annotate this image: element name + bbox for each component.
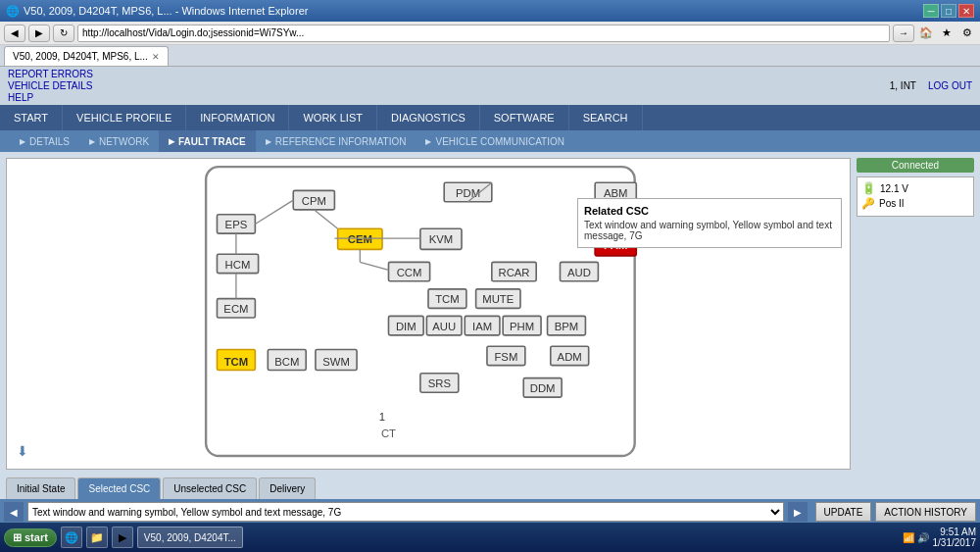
fault-list-header: ◀ Text window and warning symbol, Yellow… [0,499,980,525]
bottom-tabs-bar: Initial State Selected CSC Unselected CS… [0,476,980,499]
reference-arrow-icon: ▶ [266,137,271,146]
taskbar: ⊞ start 🌐 📁 ▶ V50, 2009, D4204T... 📶 🔊 9… [0,523,980,552]
browser-bar: ◀ ▶ ↻ → 🏠 ★ ⚙ [0,22,980,45]
tab-unselected-csc[interactable]: Unselected CSC [163,477,257,499]
browser-tab[interactable]: V50, 2009, D4204T, MPS6, L... ✕ [4,46,169,66]
forward-button[interactable]: ▶ [28,25,50,42]
taskbar-ie-icon[interactable]: 🌐 [61,527,82,548]
go-button[interactable]: → [893,25,914,42]
status-panel: Connected 🔋 12.1 V 🔑 Pos II [857,158,974,470]
svg-text:BCM: BCM [274,356,299,368]
back-button[interactable]: ◀ [4,25,25,42]
refresh-button[interactable]: ↻ [53,25,74,42]
start-button[interactable]: ⊞ start [4,528,57,547]
update-button[interactable]: UPDATE [815,502,872,522]
nav-search[interactable]: SEARCH [569,105,643,130]
svg-line-59 [255,200,293,224]
subnav-fault-trace[interactable]: ▶ FAULT TRACE [159,130,256,152]
svg-text:1: 1 [379,411,385,423]
svg-text:CPM: CPM [302,195,326,207]
help-link[interactable]: HELP [8,92,93,103]
svg-text:IAM: IAM [472,321,492,332]
taskbar-system-icons: 📶 🔊 [903,532,929,543]
fault-arrow-icon: ▶ [169,137,174,146]
subnav-network[interactable]: ▶ NETWORK [79,130,159,152]
nav-information[interactable]: INFORMATION [186,105,289,130]
nav-start[interactable]: START [0,105,63,130]
subnav-reference[interactable]: ▶ REFERENCE INFORMATION [256,130,416,152]
taskbar-time: 9:51 AM [933,527,977,537]
details-arrow-icon: ▶ [20,137,25,146]
tab-close-icon[interactable]: ✕ [152,52,160,62]
network-arrow-icon: ▶ [89,137,95,146]
nav-diagnostics[interactable]: DIAGNOSTICS [377,105,480,130]
svg-line-63 [360,262,388,270]
nav-work-list[interactable]: WORK LIST [289,105,377,130]
taskbar-folder-icon[interactable]: 📁 [86,527,108,548]
subnav-details[interactable]: ▶ DETAILS [10,130,79,152]
svg-text:DDM: DDM [530,382,556,394]
svg-text:FSM: FSM [494,351,517,363]
related-csc-text: Text window and warning symbol, Yellow s… [584,220,835,241]
main-navigation: START VEHICLE PROFILE INFORMATION WORK L… [0,105,980,130]
volume-icon: 🔊 [917,532,929,543]
svg-text:MUTE: MUTE [482,293,514,305]
svg-text:CEM: CEM [348,233,372,245]
tab-bar: V50, 2009, D4204T, MPS6, L... ✕ [0,45,980,67]
svg-text:CT: CT [381,427,396,439]
windows-icon: ⊞ [13,531,22,544]
diagram-area[interactable]: PDM ABM TRM PAM CPM EPS [6,158,851,470]
voltage-label: 12.1 V [880,183,908,194]
close-button[interactable]: ✕ [958,4,974,18]
maximize-button[interactable]: □ [941,4,956,18]
svg-text:PHM: PHM [510,321,534,332]
svg-text:KVM: KVM [429,233,454,245]
report-errors-link[interactable]: REPORT ERRORS [8,69,93,79]
fault-list-arrow[interactable]: ◀ [4,502,24,522]
svg-text:PDM: PDM [456,187,480,199]
svg-text:ECM: ECM [223,303,248,315]
related-csc-title: Related CSC [584,205,835,217]
tab-delivery[interactable]: Delivery [259,477,316,499]
svg-text:TCM: TCM [224,356,249,368]
app-content: REPORT ERRORS VEHICLE DETAILS HELP 1, IN… [0,67,980,552]
taskbar-right: 📶 🔊 9:51 AM 1/31/2017 [903,527,977,548]
tools-icon[interactable]: ⚙ [958,25,976,42]
star-icon[interactable]: ★ [938,25,956,42]
action-history-button[interactable]: ACTION HISTORY [875,502,976,522]
svg-text:RCAR: RCAR [498,267,529,278]
related-csc-panel: Related CSC Text window and warning symb… [577,198,842,248]
taskbar-media-icon[interactable]: ▶ [112,527,133,548]
minimize-button[interactable]: ─ [923,4,939,18]
svg-line-64 [314,210,337,228]
nav-vehicle-profile[interactable]: VEHICLE PROFILE [63,105,186,130]
svg-text:AUU: AUU [432,321,456,332]
vehicle-details-link[interactable]: VEHICLE DETAILS [8,80,93,91]
tab-initial-state[interactable]: Initial State [6,477,75,499]
fault-dropdown[interactable]: Text window and warning symbol, Yellow s… [27,502,784,522]
key-icon: 🔑 [861,197,875,210]
scroll-down-icon[interactable]: ⬇ [17,443,28,459]
nav-software[interactable]: SOFTWARE [480,105,569,130]
svg-rect-0 [206,167,635,456]
int-label: 1, INT [890,80,916,91]
svg-text:CCM: CCM [397,267,422,278]
svg-text:AUD: AUD [567,267,591,278]
battery-icon: 🔋 [861,181,876,195]
title-bar: 🌐 V50, 2009, D4204T, MPS6, L... - Window… [0,0,980,22]
taskbar-clock: 9:51 AM 1/31/2017 [933,527,977,548]
svg-text:SWM: SWM [322,356,350,368]
logout-button[interactable]: LOG OUT [928,80,972,91]
tab-label: V50, 2009, D4204T, MPS6, L... [13,51,148,62]
taskbar-app-button[interactable]: V50, 2009, D4204T... [137,527,243,548]
svg-text:ADM: ADM [558,351,582,363]
address-bar[interactable] [77,25,890,42]
svg-text:HCM: HCM [225,259,251,271]
subnav-vehicle-comm[interactable]: ▶ VEHICLE COMMUNICATION [416,130,574,152]
fault-expand-arrow[interactable]: ▶ [788,502,808,522]
pos-label: Pos II [879,198,905,209]
network-icon: 📶 [903,532,914,543]
home-icon[interactable]: 🏠 [917,25,935,42]
tab-selected-csc[interactable]: Selected CSC [77,477,161,499]
connection-status: Connected [857,158,974,173]
